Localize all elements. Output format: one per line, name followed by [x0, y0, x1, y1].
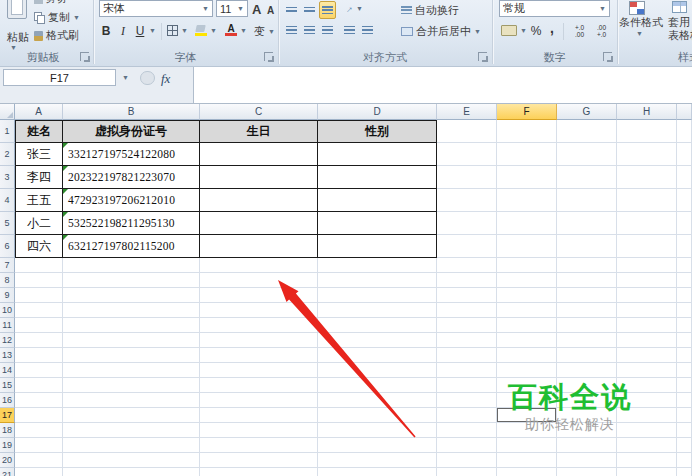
row-header-12[interactable]: 12: [0, 333, 15, 348]
cell-D8[interactable]: [318, 273, 437, 288]
align-top-button[interactable]: [283, 1, 300, 19]
cell-B4[interactable]: 472923197206212010: [63, 189, 200, 212]
cell-E7[interactable]: [437, 258, 497, 273]
cell-G1[interactable]: [557, 120, 617, 143]
conditional-formatting-dropdown[interactable]: ▼: [636, 30, 643, 37]
cell-G4[interactable]: [557, 189, 617, 212]
cell-G10[interactable]: [557, 303, 617, 318]
comma-style-button[interactable]: ,: [546, 19, 558, 37]
cell-D13[interactable]: [318, 348, 437, 363]
cell-F6[interactable]: [497, 235, 557, 258]
cell-F8[interactable]: [497, 273, 557, 288]
cell-B16[interactable]: [63, 393, 200, 408]
cell-E6[interactable]: [437, 235, 497, 258]
cell-G13[interactable]: [557, 348, 617, 363]
cell-C17[interactable]: [200, 408, 318, 423]
shrink-font-button[interactable]: A: [267, 5, 274, 16]
cell-E17[interactable]: [437, 408, 497, 423]
row-header-11[interactable]: 11: [0, 318, 15, 333]
cell-A21[interactable]: [15, 468, 63, 476]
cell-H9[interactable]: [617, 288, 677, 303]
cell-B18[interactable]: [63, 423, 200, 438]
cell-D3[interactable]: [318, 166, 437, 189]
cell-D17[interactable]: [318, 408, 437, 423]
cell-C20[interactable]: [200, 453, 318, 468]
phonetic-button[interactable]: 变▼: [254, 24, 275, 39]
cell-G9[interactable]: [557, 288, 617, 303]
font-color-button[interactable]: A▼: [225, 24, 247, 36]
cell-H1[interactable]: [617, 120, 677, 143]
row-header-15[interactable]: 15: [0, 378, 15, 393]
wrap-text-button[interactable]: 自动换行: [401, 3, 459, 18]
cell-H10[interactable]: [617, 303, 677, 318]
cell-partial-17[interactable]: [677, 408, 692, 423]
cut-button[interactable]: 剪切: [34, 0, 66, 6]
name-box-dropdown[interactable]: ▼: [118, 69, 133, 86]
column-header-C[interactable]: C: [200, 104, 318, 120]
cell-C1[interactable]: 生日: [200, 120, 318, 143]
cell-B6[interactable]: 632127197802115200: [63, 235, 200, 258]
cell-H4[interactable]: [617, 189, 677, 212]
cell-A2[interactable]: 张三: [15, 143, 63, 166]
cell-partial-18[interactable]: [677, 423, 692, 438]
italic-button[interactable]: I: [115, 22, 131, 40]
cell-E20[interactable]: [437, 453, 497, 468]
cell-A7[interactable]: [15, 258, 63, 273]
row-header-4[interactable]: 4: [0, 189, 15, 212]
cell-C8[interactable]: [200, 273, 318, 288]
increase-indent-button[interactable]: [359, 21, 376, 39]
cell-E15[interactable]: [437, 378, 497, 393]
align-middle-button[interactable]: [301, 1, 318, 19]
cell-E18[interactable]: [437, 423, 497, 438]
cell-H17[interactable]: [617, 408, 677, 423]
cell-partial-12[interactable]: [677, 333, 692, 348]
cell-F7[interactable]: [497, 258, 557, 273]
number-dialog-launcher[interactable]: [603, 52, 612, 61]
cell-C19[interactable]: [200, 438, 318, 453]
cell-D21[interactable]: [318, 468, 437, 476]
cell-G15[interactable]: [557, 378, 617, 393]
cell-B15[interactable]: [63, 378, 200, 393]
cell-E16[interactable]: [437, 393, 497, 408]
cell-E13[interactable]: [437, 348, 497, 363]
row-header-20[interactable]: 20: [0, 453, 15, 468]
row-header-10[interactable]: 10: [0, 303, 15, 318]
cell-B11[interactable]: [63, 318, 200, 333]
cell-B5[interactable]: 532522198211295130: [63, 212, 200, 235]
font-size-combo[interactable]: 11 ▼: [216, 0, 248, 17]
column-header-B[interactable]: B: [63, 104, 200, 120]
align-left-button[interactable]: [283, 21, 300, 39]
cell-partial-5[interactable]: [677, 212, 692, 235]
cell-F1[interactable]: [497, 120, 557, 143]
cell-E2[interactable]: [437, 143, 497, 166]
cell-A13[interactable]: [15, 348, 63, 363]
row-header-6[interactable]: 6: [0, 235, 15, 258]
cell-H16[interactable]: [617, 393, 677, 408]
cell-G19[interactable]: [557, 438, 617, 453]
cell-F13[interactable]: [497, 348, 557, 363]
cell-F2[interactable]: [497, 143, 557, 166]
cell-partial-11[interactable]: [677, 318, 692, 333]
cell-B14[interactable]: [63, 363, 200, 378]
cell-A11[interactable]: [15, 318, 63, 333]
cell-A19[interactable]: [15, 438, 63, 453]
cell-C16[interactable]: [200, 393, 318, 408]
cell-H20[interactable]: [617, 453, 677, 468]
cell-partial-2[interactable]: [677, 143, 692, 166]
cell-E9[interactable]: [437, 288, 497, 303]
cell-H15[interactable]: [617, 378, 677, 393]
name-box[interactable]: F17: [3, 69, 116, 86]
cell-D14[interactable]: [318, 363, 437, 378]
cell-D18[interactable]: [318, 423, 437, 438]
cell-H18[interactable]: [617, 423, 677, 438]
fill-color-button[interactable]: ▼: [195, 25, 217, 36]
cell-D11[interactable]: [318, 318, 437, 333]
cell-G3[interactable]: [557, 166, 617, 189]
cell-B8[interactable]: [63, 273, 200, 288]
cell-partial-10[interactable]: [677, 303, 692, 318]
cell-H5[interactable]: [617, 212, 677, 235]
formula-input[interactable]: [193, 67, 692, 103]
cell-C11[interactable]: [200, 318, 318, 333]
row-header-2[interactable]: 2: [0, 143, 15, 166]
insert-function-button[interactable]: fx: [161, 71, 170, 87]
